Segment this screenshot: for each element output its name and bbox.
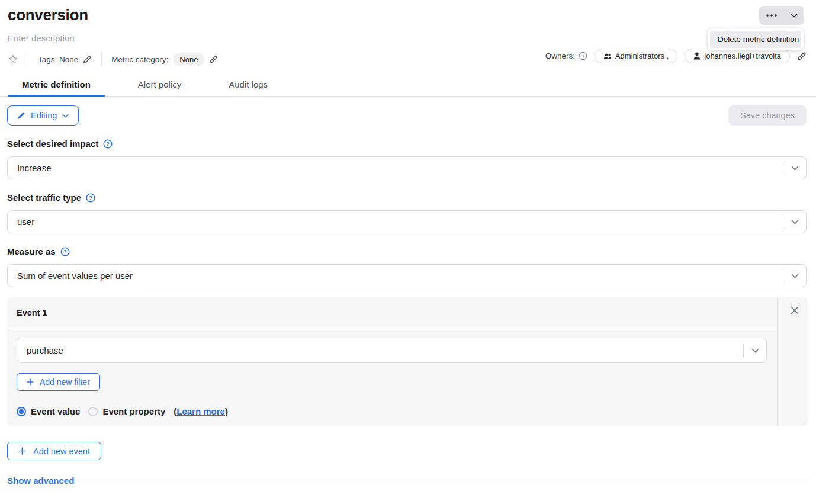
metric-category-badge[interactable]: None [173, 53, 204, 66]
metric-definition-page: Delete metric definition conversion Ente… [0, 0, 816, 504]
tab-bar: Metric definition Alert policy Audit log… [0, 75, 816, 97]
learn-more-wrap: (Learn more) [174, 406, 228, 416]
radio-event-value[interactable] [17, 407, 26, 416]
add-event-label: Add new event [33, 447, 90, 456]
toolbar: Editing Save changes [0, 97, 816, 126]
event-title: Event 1 [17, 308, 47, 317]
learn-more-link[interactable]: Learn more [176, 406, 225, 416]
owner-name: johannes.liegl+travolta [704, 52, 781, 60]
save-changes-button[interactable]: Save changes [728, 105, 807, 126]
editing-mode-button[interactable]: Editing [7, 105, 79, 126]
add-new-event-button[interactable]: Add new event [7, 442, 101, 460]
svg-text:?: ? [63, 249, 67, 255]
favorite-star-icon[interactable] [8, 54, 18, 65]
chevron-down-icon [783, 274, 806, 278]
page-title: conversion [8, 6, 807, 24]
paren-close: ) [225, 406, 228, 416]
description-placeholder[interactable]: Enter description [8, 33, 807, 43]
traffic-label-text: Select traffic type [7, 192, 81, 203]
measure-as-value: Sum of event values per user [17, 271, 133, 281]
traffic-field-label: Select traffic type ? [7, 192, 807, 203]
editing-label: Editing [31, 111, 57, 120]
svg-text:?: ? [106, 141, 110, 147]
traffic-type-select[interactable]: user [7, 210, 807, 233]
event-name-select[interactable]: purchase [17, 338, 767, 363]
measure-as-select[interactable]: Sum of event values per user [7, 264, 807, 287]
event-card-header: Event 1 [7, 297, 777, 328]
svg-text:?: ? [582, 54, 584, 59]
owner-pill-administrators[interactable]: Administrators , [595, 49, 677, 63]
add-new-filter-button[interactable]: Add new filter [17, 373, 100, 391]
metric-form: Select desired impact ? Increase Select … [0, 139, 816, 287]
owner-pill-user[interactable]: johannes.liegl+travolta [685, 49, 790, 63]
chevron-down-icon [783, 220, 806, 224]
radio-event-property[interactable] [88, 407, 98, 416]
bottom-divider [7, 483, 809, 483]
show-advanced-link[interactable]: Show advanced [7, 476, 74, 486]
impact-field-label: Select desired impact ? [7, 139, 807, 149]
measure-field-label: Measure as ? [7, 246, 807, 256]
owners-row: Owners: ? Administrators , johannes.lieg… [545, 49, 807, 63]
page-header: conversion Enter description Tags: None … [0, 0, 816, 66]
event-name-value: purchase [27, 345, 63, 355]
event-card-body: purchase Add new filter Event value [7, 328, 777, 416]
chevron-down-icon [62, 114, 69, 118]
divider [28, 52, 28, 66]
owners-help-icon[interactable]: ? [579, 52, 587, 60]
owner-name: Administrators , [615, 52, 669, 60]
plus-icon [27, 378, 34, 386]
tab-audit-logs[interactable]: Audit logs [214, 75, 282, 96]
desired-impact-value: Increase [17, 163, 52, 173]
chevron-down-icon [744, 348, 766, 353]
metric-category-label: Metric category: [111, 55, 168, 64]
help-icon[interactable]: ? [103, 139, 113, 149]
chevron-down-icon [783, 166, 806, 171]
event-card: Event 1 purchase Add new filter [7, 297, 808, 426]
owners-label: Owners: [545, 52, 575, 60]
impact-label-text: Select desired impact [7, 139, 98, 149]
add-filter-label: Add new filter [40, 377, 90, 387]
tab-alert-policy[interactable]: Alert policy [124, 75, 195, 96]
plus-icon [18, 447, 26, 455]
remove-event-close-icon[interactable] [790, 306, 799, 315]
svg-text:?: ? [89, 195, 92, 201]
person-icon [693, 52, 701, 60]
tags-label: Tags: None [38, 55, 78, 64]
divider [101, 52, 102, 66]
radio-event-property-label[interactable]: Event property [102, 406, 165, 416]
help-icon[interactable]: ? [86, 193, 95, 203]
event-card-main: Event 1 purchase Add new filter [7, 297, 778, 426]
menu-item-delete-metric[interactable]: Delete metric definition [710, 31, 801, 48]
measure-label-text: Measure as [7, 246, 56, 256]
desired-impact-select[interactable]: Increase [7, 156, 807, 179]
edit-category-pencil-icon[interactable] [209, 55, 218, 64]
tab-metric-definition[interactable]: Metric definition [8, 75, 105, 96]
radio-event-value-label[interactable]: Event value [31, 406, 80, 416]
people-icon [603, 53, 612, 60]
actions-dropdown-menu: Delete metric definition [708, 28, 804, 50]
value-mode-radio-group: Event value Event property (Learn more) [17, 406, 777, 416]
edit-owners-pencil-icon[interactable] [797, 52, 807, 61]
traffic-type-value: user [17, 217, 34, 227]
bottom-actions: Add new event Show advanced [0, 442, 816, 486]
help-icon[interactable]: ? [60, 247, 70, 256]
edit-tags-pencil-icon[interactable] [83, 55, 92, 64]
pencil-icon [17, 111, 25, 120]
